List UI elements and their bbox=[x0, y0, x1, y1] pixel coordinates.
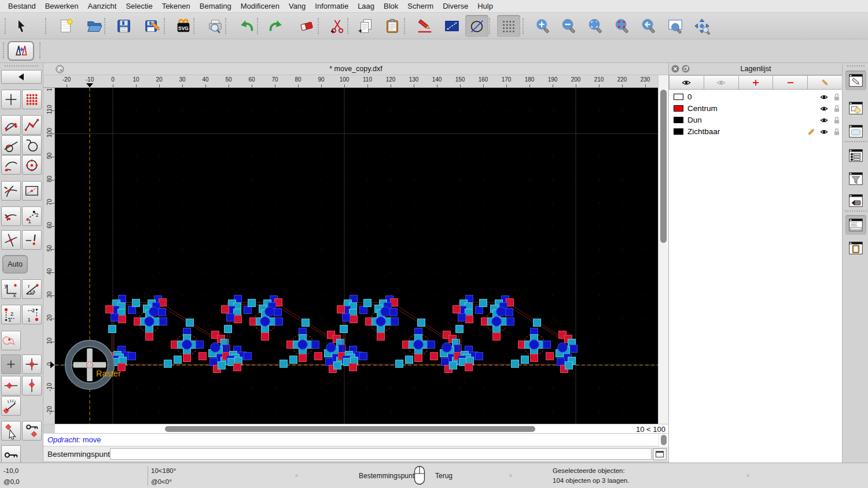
layer-lock-icon[interactable] bbox=[832, 93, 841, 102]
snap-reference-button[interactable] bbox=[22, 135, 42, 155]
circle-line-button[interactable] bbox=[465, 15, 488, 37]
menu-diverse[interactable]: Diverse bbox=[438, 2, 473, 10]
layer-visibility-icon[interactable] bbox=[819, 127, 829, 136]
angle-gauge-button[interactable] bbox=[1, 396, 21, 416]
property-editor-panel-toggle[interactable] bbox=[845, 146, 866, 165]
zoom-pan-button[interactable] bbox=[693, 17, 711, 35]
snap-free-button[interactable] bbox=[1, 90, 21, 109]
hide-all-layers-button[interactable] bbox=[704, 75, 739, 90]
snap-endpoints-button[interactable] bbox=[1, 115, 21, 135]
vertical-scrollbar-thumb[interactable] bbox=[660, 90, 667, 243]
snap-auto2-button[interactable] bbox=[1, 206, 21, 226]
layer-row[interactable]: Dun bbox=[669, 114, 843, 126]
restrict-horizontal-button[interactable] bbox=[1, 376, 21, 395]
block-list-panel-toggle[interactable] bbox=[845, 98, 866, 118]
edit-layer-button[interactable] bbox=[808, 75, 843, 90]
command-input[interactable] bbox=[110, 448, 652, 460]
layer-list-panel-toggle[interactable] bbox=[845, 71, 866, 90]
menu-bewerken[interactable]: Bewerken bbox=[41, 2, 83, 10]
save-as-button[interactable] bbox=[143, 17, 161, 35]
layer-visibility-icon[interactable] bbox=[819, 116, 829, 125]
clipboard-panel-toggle[interactable] bbox=[845, 238, 866, 258]
menu-modificeren[interactable]: Modificeren bbox=[236, 2, 284, 10]
zoom-previous-button[interactable] bbox=[639, 17, 658, 35]
redo-button[interactable] bbox=[266, 17, 285, 35]
coord-cartesian-button[interactable]: yx bbox=[1, 279, 21, 299]
undo-button[interactable] bbox=[238, 17, 256, 35]
svg-export-button[interactable]: SVG bbox=[174, 17, 193, 35]
menu-laag[interactable]: Laag bbox=[353, 2, 379, 10]
snap-intersection-button[interactable] bbox=[1, 181, 21, 201]
save-button[interactable] bbox=[115, 17, 133, 35]
corner-seq-b-button[interactable]: 12 bbox=[22, 305, 42, 324]
snap-cursor-button[interactable] bbox=[1, 421, 21, 441]
restrict-ortho-button[interactable] bbox=[22, 354, 42, 374]
lock-zero-button[interactable] bbox=[1, 445, 21, 465]
snap-onentity-button[interactable] bbox=[22, 115, 42, 135]
layer-color-swatch[interactable] bbox=[674, 94, 683, 100]
zoom-out-button[interactable] bbox=[560, 17, 578, 35]
command-history-scrollbar[interactable] bbox=[659, 434, 668, 446]
restrict-off-button[interactable] bbox=[1, 354, 21, 374]
layer-row[interactable]: Centrum bbox=[669, 103, 843, 114]
open-file-button[interactable] bbox=[85, 17, 104, 35]
layer-visibility-icon[interactable] bbox=[819, 93, 829, 102]
show-all-layers-button[interactable] bbox=[669, 75, 704, 90]
command-line-panel-toggle[interactable] bbox=[845, 215, 866, 235]
horizontal-scrollbar-thumb[interactable] bbox=[165, 426, 535, 432]
menu-tekenen[interactable]: Tekenen bbox=[157, 2, 195, 10]
restrict-shape-button[interactable] bbox=[1, 331, 21, 350]
layer-lock-icon[interactable] bbox=[832, 116, 841, 125]
snap-arc-button[interactable] bbox=[1, 155, 21, 175]
menu-vang[interactable]: Vang bbox=[284, 2, 310, 10]
selection-filter-panel-toggle[interactable] bbox=[845, 169, 866, 188]
command-history-scrollbar-thumb[interactable] bbox=[661, 435, 667, 445]
menu-informatie[interactable]: Informatie bbox=[310, 2, 353, 10]
restrict-vertical-button[interactable] bbox=[22, 376, 42, 395]
library-browser-panel-toggle[interactable] bbox=[845, 121, 866, 141]
new-document-button[interactable] bbox=[57, 17, 75, 35]
snap-cross-button[interactable] bbox=[1, 230, 21, 250]
cut-button[interactable] bbox=[328, 17, 347, 35]
selection-cursor-button[interactable] bbox=[12, 17, 30, 35]
menu-hulp[interactable]: Hulp bbox=[473, 2, 498, 10]
snap-auto-button[interactable]: Auto bbox=[2, 255, 28, 273]
layer-visibility-icon[interactable] bbox=[819, 104, 829, 113]
layer-row[interactable]: Zichtbaar bbox=[669, 126, 843, 138]
horizontal-scrollbar[interactable]: 10 < 100 bbox=[43, 424, 668, 434]
zoom-auto-button[interactable] bbox=[586, 17, 605, 35]
layer-row[interactable]: 0 bbox=[669, 91, 843, 103]
zoom-selection-button[interactable] bbox=[613, 17, 631, 35]
zoom-window-button[interactable] bbox=[666, 17, 685, 35]
vertical-scrollbar[interactable] bbox=[658, 75, 668, 424]
menu-bemating[interactable]: Bemating bbox=[195, 2, 236, 10]
menu-aanzicht[interactable]: Aanzicht bbox=[83, 2, 122, 10]
remove-layer-button[interactable] bbox=[773, 75, 808, 90]
layer-lock-icon[interactable] bbox=[832, 127, 841, 136]
snap-grid-button[interactable] bbox=[22, 90, 42, 109]
coord-polar-button[interactable]: ra bbox=[22, 279, 42, 299]
print-preview-button[interactable] bbox=[206, 17, 225, 35]
snap-tangent-button[interactable] bbox=[1, 135, 21, 155]
corner-seq-a-button[interactable]: 12 bbox=[1, 305, 21, 324]
menu-selectie[interactable]: Selectie bbox=[121, 2, 157, 10]
current-tool-button[interactable] bbox=[8, 41, 34, 61]
snap-center-button[interactable] bbox=[22, 155, 42, 175]
dimension-button[interactable] bbox=[443, 17, 461, 35]
menu-scherm[interactable]: Scherm bbox=[403, 2, 438, 10]
eraser-button[interactable] bbox=[297, 17, 316, 35]
layer-color-swatch[interactable] bbox=[674, 105, 683, 112]
menu-blok[interactable]: Blok bbox=[379, 2, 403, 10]
snap-seq-button[interactable]: 12 bbox=[22, 206, 42, 226]
paste-button[interactable] bbox=[383, 17, 402, 35]
back-button[interactable] bbox=[1, 70, 42, 84]
snap-rect-button[interactable] bbox=[22, 181, 42, 201]
layer-color-swatch[interactable] bbox=[674, 128, 683, 135]
command-window-toggle-button[interactable] bbox=[653, 448, 667, 460]
layer-lock-icon[interactable] bbox=[832, 104, 841, 113]
zoom-in-button[interactable] bbox=[534, 17, 552, 35]
draw-pencil-button[interactable] bbox=[415, 17, 434, 35]
layer-color-swatch[interactable] bbox=[674, 117, 683, 123]
grid-toggle-button[interactable] bbox=[497, 15, 520, 37]
pen-toolbar-panel-toggle[interactable] bbox=[845, 191, 866, 210]
